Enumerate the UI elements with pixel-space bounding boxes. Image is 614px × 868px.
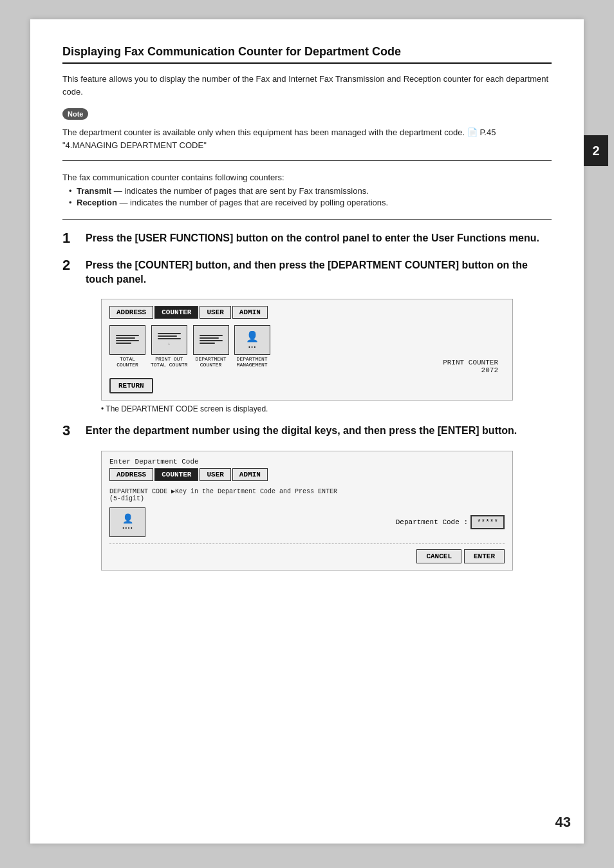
section-title: Displaying Fax Communication Counter for… [62, 45, 552, 64]
icon-row: TOTALCOUNTER ↓ PRINT OUTTOTAL COUNTR [109, 325, 270, 368]
list-item: Transmit — indicates the number of pages… [69, 186, 552, 196]
nav-address[interactable]: ADDRESS [109, 306, 153, 319]
screen2-bottom-bar: CANCEL ENTER [109, 543, 505, 563]
step-1-num: 1 [62, 230, 80, 247]
note-box: Note [62, 107, 552, 120]
list-item: Reception — indicates the number of page… [69, 198, 552, 207]
page: 2 Displaying Fax Communication Counter f… [30, 19, 584, 844]
screen2-dept-icon: 👤 •••• [109, 507, 145, 537]
s2-nav-admin[interactable]: ADMIN [232, 468, 268, 481]
nav-bar-2: ADDRESS COUNTER USER ADMIN [109, 468, 505, 481]
print-counter: PRINT COUNTER 2072 [443, 346, 505, 374]
total-counter-icon[interactable]: TOTALCOUNTER [109, 325, 145, 368]
step-3-num: 3 [62, 422, 80, 439]
note-text: The department counter is available only… [62, 126, 552, 151]
dept-code-field-group: Department Code : ***** [396, 515, 505, 529]
nav-admin[interactable]: ADMIN [232, 306, 268, 319]
return-button[interactable]: RETURN [109, 378, 153, 393]
nav-counter[interactable]: COUNTER [154, 306, 198, 319]
step-3-text: Enter the department number using the di… [86, 424, 517, 438]
step-1: 1 Press the [USER FUNCTIONS] button on t… [62, 231, 552, 247]
dept-code-note: • The DEPARTMENT CODE screen is displaye… [101, 404, 552, 413]
step-1-text: Press the [USER FUNCTIONS] button on the… [86, 231, 539, 245]
s2-nav-user[interactable]: USER [200, 468, 230, 481]
print-out-counter-icon[interactable]: ↓ PRINT OUTTOTAL COUNTR [151, 325, 188, 368]
screen1: ADDRESS COUNTER USER ADMIN TO [101, 299, 513, 401]
s2-nav-address[interactable]: ADDRESS [109, 468, 153, 481]
department-counter-icon[interactable]: DEPARTMENTCOUNTER [193, 325, 229, 368]
screen2: Enter Department Code ADDRESS COUNTER US… [101, 451, 513, 571]
counters-list: Transmit — indicates the number of pages… [62, 186, 552, 207]
enter-button[interactable]: ENTER [464, 549, 505, 563]
dept-instruction: DEPARTMENT CODE ▶Key in the Department C… [109, 487, 505, 502]
step-3: 3 Enter the department number using the … [62, 424, 552, 439]
step-2-num: 2 [62, 257, 80, 274]
step-2-text: Press the [COUNTER] button, and then pre… [86, 258, 552, 287]
divider2 [62, 219, 552, 220]
cancel-button[interactable]: CANCEL [416, 549, 461, 563]
intro-text: This feature allows you to display the n… [62, 73, 552, 98]
page-number: 43 [555, 814, 571, 831]
screen2-header: Enter Department Code [109, 458, 505, 466]
divider [62, 160, 552, 161]
sidebar-number: 2 [584, 135, 608, 166]
nav-bar-1: ADDRESS COUNTER USER ADMIN [109, 306, 505, 319]
step-2: 2 Press the [COUNTER] button, and then p… [62, 258, 552, 287]
dept-code-input[interactable]: ***** [470, 515, 505, 529]
department-management-icon[interactable]: 👤 ••• DEPARTMENTMANAGEMENT [234, 325, 270, 368]
note-badge: Note [62, 108, 88, 120]
counters-intro: The fax communication counter contains f… [62, 173, 552, 182]
s2-nav-counter[interactable]: COUNTER [154, 468, 198, 481]
screen2-content: 👤 •••• Department Code : ***** [109, 507, 505, 537]
nav-user[interactable]: USER [200, 306, 230, 319]
